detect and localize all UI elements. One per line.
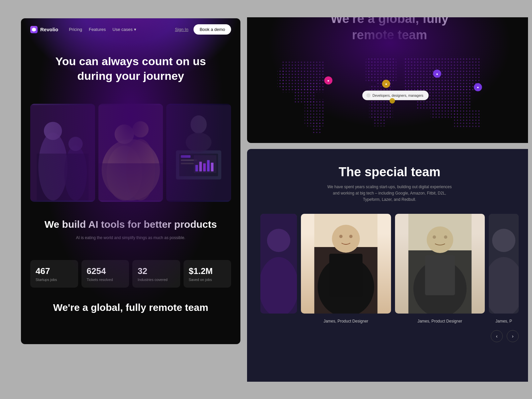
stat-card-0: 467 Startups jobs [30, 260, 78, 288]
special-team-header: The special team We have spent years sca… [247, 149, 532, 214]
svg-point-11 [132, 121, 149, 138]
svg-rect-35 [366, 58, 396, 82]
svg-point-26 [191, 115, 207, 134]
book-demo-button[interactable]: Book a demo [194, 24, 231, 35]
nav-use-cases[interactable]: Use cases ▾ [112, 27, 136, 32]
next-arrow[interactable]: › [507, 330, 519, 342]
svg-point-71 [444, 235, 447, 239]
svg-point-74 [489, 257, 519, 314]
logo-text: Revolio [40, 27, 58, 32]
svg-point-60 [332, 225, 360, 253]
nav-links: Pricing Features Use cases ▾ [69, 27, 167, 32]
svg-rect-38 [372, 116, 386, 126]
sign-in-link[interactable]: Sign In [175, 27, 188, 32]
stat-number-1: 6254 [87, 266, 124, 276]
svg-rect-17 [181, 155, 191, 158]
hero-section: You can always count on us during your j… [21, 41, 240, 104]
right-bottom-panel: The special team We have spent years sca… [247, 149, 532, 399]
team-photo-1 [260, 214, 297, 314]
hero-image-1-inner [30, 104, 95, 202]
left-panel: Revolio Pricing Features Use cases ▾ Sig… [21, 18, 240, 344]
navbar: Revolio Pricing Features Use cases ▾ Sig… [21, 18, 240, 41]
nav-pricing[interactable]: Pricing [69, 27, 82, 32]
svg-rect-33 [305, 99, 325, 126]
svg-point-67 [427, 226, 453, 253]
svg-point-5 [68, 137, 83, 151]
team-name-spacer [260, 319, 297, 324]
svg-rect-32 [305, 82, 318, 92]
world-map-svg: ● ● ● ● Developers, designers, managers [260, 52, 519, 133]
hero-image-2-inner [98, 104, 163, 202]
special-team-title: The special team [260, 165, 519, 179]
hero-image-3 [166, 104, 231, 202]
svg-rect-13 [98, 164, 163, 201]
world-map-container: ● ● ● ● Developers, designers, managers [260, 52, 519, 133]
svg-rect-39 [403, 57, 481, 90]
stat-card-1: 6254 Tickets resolved [81, 260, 129, 288]
svg-rect-69 [425, 255, 455, 295]
hero-image-1 [30, 104, 95, 202]
svg-rect-21 [196, 165, 198, 171]
svg-point-9 [114, 125, 134, 144]
person-2-svg [301, 214, 391, 314]
svg-rect-30 [277, 68, 284, 89]
stat-card-2: 32 Industries covered [132, 260, 180, 288]
person-1-svg [260, 214, 297, 314]
svg-rect-42 [454, 109, 481, 128]
svg-point-63 [339, 235, 342, 238]
team-photo-2 [301, 214, 391, 314]
svg-text:Developers, designers, manager: Developers, designers, managers [372, 94, 423, 97]
stat-number-2: 32 [138, 266, 175, 276]
bottom-hero: We're a global, fully remote team [21, 301, 240, 315]
chevron-down-icon: ▾ [134, 27, 136, 32]
hero-image-3-inner [166, 104, 231, 202]
ai-section: We build AI tools for better products AI… [21, 218, 240, 260]
team-name-row: James, Product Designer James, Product D… [247, 314, 532, 324]
stat-number-0: 467 [36, 266, 73, 276]
svg-point-57 [260, 257, 297, 314]
top-edge-clip [0, 0, 532, 17]
svg-rect-41 [430, 104, 458, 118]
special-team-desc: We have spent years scaling start-ups, b… [327, 184, 453, 203]
svg-rect-24 [207, 160, 210, 172]
svg-point-3 [44, 122, 62, 140]
svg-text:●: ● [385, 82, 387, 86]
stat-label-0: Startups jobs [36, 278, 73, 282]
nav-features[interactable]: Features [89, 27, 106, 32]
svg-rect-22 [200, 162, 202, 172]
team-photos [247, 214, 532, 314]
right-top-panel: We're a global, fully remote team [247, 0, 532, 143]
person-3-svg [395, 214, 485, 314]
ai-subtitle: AI is eating the world and simplify thin… [41, 235, 220, 240]
stats-row: 467 Startups jobs 6254 Tickets resolved … [21, 260, 240, 288]
hero-images [21, 104, 240, 202]
stat-label-1: Tickets resolved [87, 278, 124, 282]
stat-number-3: $1.2M [189, 266, 226, 276]
svg-marker-0 [32, 28, 36, 32]
ai-title: We build AI tools for better products [41, 218, 220, 231]
team-photo-3 [395, 214, 485, 314]
svg-point-27 [186, 133, 212, 152]
left-edge-clip [0, 0, 18, 399]
team-photo-4 [489, 214, 519, 314]
right-edge-clip [528, 0, 532, 399]
stat-card-3: $1.2M Saved on jobs [184, 260, 231, 288]
logo-icon [30, 26, 38, 33]
logo: Revolio [30, 26, 58, 33]
svg-rect-29 [281, 62, 325, 92]
prev-arrow[interactable]: ‹ [491, 330, 503, 342]
team-name-1: James, Product Designer [301, 319, 391, 324]
svg-rect-37 [369, 85, 393, 119]
hero-image-2-svg [98, 104, 163, 202]
hero-image-1-svg [30, 104, 95, 202]
stat-label-2: Industries covered [138, 278, 175, 282]
svg-point-64 [349, 235, 352, 238]
svg-point-52 [366, 93, 370, 97]
team-name-2: James, Product Designer [395, 319, 485, 324]
svg-point-56 [267, 229, 290, 252]
team-name-3: James, P [489, 319, 519, 324]
svg-rect-25 [211, 163, 214, 172]
svg-point-54 [390, 98, 395, 103]
stat-label-3: Saved on jobs [189, 278, 226, 282]
svg-rect-34 [311, 123, 322, 133]
